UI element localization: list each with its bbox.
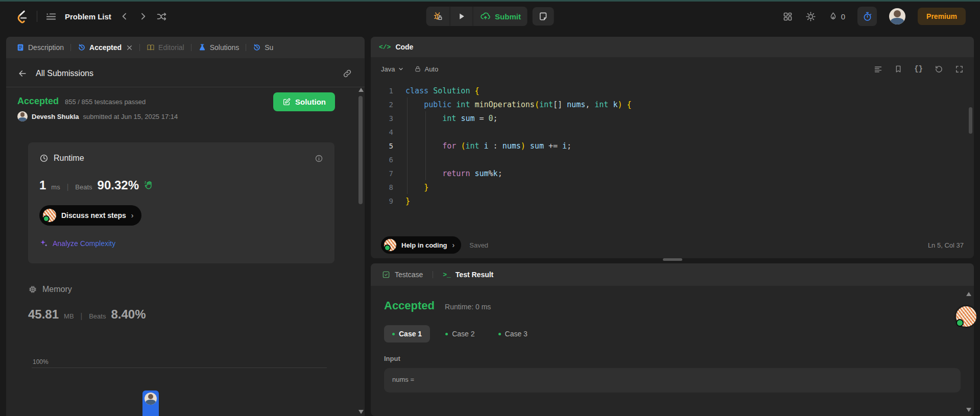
fullscreen-icon[interactable] <box>955 65 964 74</box>
code-line[interactable]: 9} <box>371 194 974 208</box>
tab-separator <box>246 44 246 51</box>
author-name[interactable]: Devesh Shukla <box>32 113 79 120</box>
line-number: 9 <box>371 197 393 205</box>
tab-solutions[interactable]: Solutions <box>193 43 245 52</box>
language-select[interactable]: Java <box>381 65 404 73</box>
nums-input-field[interactable]: nums = <box>384 368 961 393</box>
scroll-down-arrow[interactable] <box>966 408 971 412</box>
code-text: for (int i : nums) sum += i; <box>405 141 571 151</box>
all-submissions-title: All Submissions <box>36 69 93 78</box>
tab-label: Test Result <box>456 271 493 279</box>
scroll-up-arrow[interactable] <box>966 292 971 296</box>
case-3-tab[interactable]: Case 3 <box>490 325 536 342</box>
streak-counter[interactable]: 0 <box>828 12 845 21</box>
tab-separator <box>433 271 433 278</box>
ai-assistant-bubble[interactable] <box>954 305 978 328</box>
code-footer: Help in coding › Saved Ln 5, Col 37 <box>371 232 974 258</box>
solution-button[interactable]: Solution <box>273 92 335 111</box>
case-label: Case 1 <box>399 330 422 338</box>
braces-icon[interactable]: {} <box>914 65 923 73</box>
panel-resize-handle[interactable] <box>663 258 682 261</box>
timer-button[interactable] <box>857 7 877 26</box>
help-in-coding-button[interactable]: Help in coding › <box>381 236 461 254</box>
back-arrow-icon[interactable] <box>17 68 28 79</box>
code-toolbar: Java Auto {} <box>371 57 974 81</box>
left-panel-scrollbar <box>357 88 364 414</box>
code-line[interactable]: 6 <box>371 153 974 166</box>
shuffle-icon[interactable] <box>156 11 167 22</box>
chevron-down-icon <box>398 66 404 72</box>
clock-icon <box>39 154 49 163</box>
streak-count: 0 <box>841 12 845 21</box>
case-status-dot <box>392 333 395 335</box>
code-line[interactable]: 8 } <box>371 180 974 194</box>
code-line[interactable]: 1class Solution { <box>371 84 974 97</box>
chevron-right-icon: › <box>452 241 455 249</box>
code-editor[interactable]: 1class Solution {2 public int minOperati… <box>371 81 974 208</box>
tab-description[interactable]: Description <box>11 43 69 52</box>
test-runtime: Runtime: 0 ms <box>445 303 491 311</box>
scrollbar-thumb[interactable] <box>358 96 363 204</box>
format-icon[interactable] <box>874 65 882 74</box>
link-icon[interactable] <box>342 68 352 79</box>
tab-label: Su <box>265 43 273 52</box>
code-scrollbar-thumb[interactable] <box>969 107 972 134</box>
run-submit-group: Submit <box>426 7 528 26</box>
prev-problem-button[interactable] <box>119 11 130 21</box>
case-label: Case 2 <box>452 330 474 338</box>
tab-label: Description <box>28 43 64 52</box>
gear-icon[interactable] <box>805 11 816 22</box>
check-square-icon <box>382 271 390 279</box>
tab-label: Solutions <box>210 43 240 52</box>
run-button[interactable] <box>449 7 472 26</box>
problem-list-icon[interactable] <box>45 11 57 22</box>
auto-toggle[interactable]: Auto <box>414 65 438 73</box>
tab-test-result[interactable]: >_ Test Result <box>440 271 496 279</box>
memory-beats: 8.40% <box>111 307 146 322</box>
premium-button[interactable]: Premium <box>918 8 966 25</box>
analyze-label: Analyze Complexity <box>53 239 115 248</box>
tab-testcase[interactable]: Testcase <box>379 271 426 279</box>
tab-separator <box>191 44 192 51</box>
author-avatar[interactable] <box>17 111 28 121</box>
tab-submissions-partial[interactable]: Su <box>248 43 278 52</box>
leetcode-logo[interactable] <box>14 9 29 24</box>
reset-icon[interactable] <box>935 65 943 74</box>
navbar: Problem List <box>0 2 980 31</box>
code-line[interactable]: 4 <box>371 125 974 139</box>
submitted-at: submitted at Jun 15, 2025 17:14 <box>83 113 178 120</box>
next-problem-button[interactable] <box>138 11 148 21</box>
discuss-next-steps-button[interactable]: Discuss next steps › <box>39 205 141 226</box>
sparkle-icon <box>39 239 48 248</box>
layout-icon[interactable] <box>782 11 793 22</box>
testcase-header: Testcase >_ Test Result <box>371 263 974 286</box>
analyze-complexity-link[interactable]: Analyze Complexity <box>39 239 323 248</box>
code-line[interactable]: 5 for (int i : nums) sum += i; <box>371 139 974 153</box>
memory-value: 45.81 <box>28 307 59 322</box>
user-avatar[interactable] <box>889 8 905 25</box>
code-line[interactable]: 2 public int minOperations(int[] nums, i… <box>371 97 974 111</box>
test-result-status: Accepted <box>384 299 435 312</box>
info-icon[interactable] <box>315 154 323 163</box>
nav-divider <box>37 11 37 22</box>
bookmark-icon[interactable] <box>894 65 902 73</box>
close-icon[interactable] <box>126 44 133 51</box>
notes-button[interactable] <box>533 7 554 26</box>
tab-editorial[interactable]: Editorial <box>141 43 189 52</box>
scroll-down-arrow[interactable] <box>358 410 364 414</box>
left-panel: Description Accepted Editorial Solut <box>6 37 365 416</box>
code-line[interactable]: 3 int sum = 0; <box>371 111 974 125</box>
chart-user-marker[interactable] <box>142 390 159 416</box>
case-1-tab[interactable]: Case 1 <box>384 325 430 342</box>
submit-button[interactable]: Submit <box>472 7 528 26</box>
line-number: 6 <box>371 156 393 164</box>
code-line[interactable]: 7 return sum%k; <box>371 166 974 180</box>
wave-hand-icon <box>144 180 154 190</box>
debug-button[interactable] <box>426 7 449 26</box>
case-2-tab[interactable]: Case 2 <box>437 325 483 342</box>
indent-guide <box>407 97 408 194</box>
scroll-up-arrow[interactable] <box>358 88 364 92</box>
tab-accepted[interactable]: Accepted <box>73 43 138 52</box>
problem-list-label[interactable]: Problem List <box>65 12 111 21</box>
memory-section[interactable]: Memory 45.81 MB | Beats 8.40% <box>28 285 334 322</box>
